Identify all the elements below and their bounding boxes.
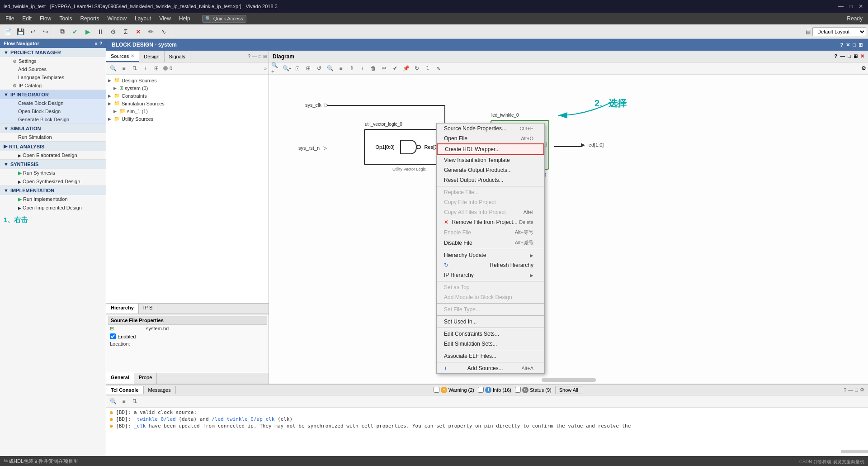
ctx-remove-file[interactable]: ✕ Remove File from Project... Delete xyxy=(437,217,544,227)
ctx-reset-output[interactable]: Reset Output Products... xyxy=(437,175,544,185)
ctx-add-sources[interactable]: + Add Sources... Alt+A xyxy=(437,363,544,373)
diag-delete-button[interactable]: 🗑 xyxy=(368,63,378,73)
diag-min-icon[interactable]: — xyxy=(840,53,845,59)
copy-button[interactable]: ⧉ xyxy=(57,26,68,38)
wave-button[interactable]: ∿ xyxy=(158,26,170,38)
nav-section-impl-header[interactable]: ▼ IMPLEMENTATION xyxy=(0,186,106,195)
tab-signals[interactable]: Signals xyxy=(165,51,190,62)
nav-item-language-templates[interactable]: Language Templates xyxy=(0,73,106,81)
console-help-icon[interactable]: ? xyxy=(844,387,846,393)
maximize-button[interactable]: □ xyxy=(847,3,854,10)
diag-close-icon[interactable]: ✕ xyxy=(860,53,864,59)
edit-button[interactable]: ✏ xyxy=(145,26,157,38)
diag-refresh-button[interactable]: ↺ xyxy=(314,63,324,73)
bd-help-icon[interactable]: ? xyxy=(840,42,844,48)
layout-dropdown[interactable]: Default Layout xyxy=(812,27,866,36)
console-link-3[interactable]: _clk xyxy=(134,423,146,429)
diag-zoom-in-button[interactable]: 🔍+ xyxy=(271,63,281,73)
nav-pin-icon[interactable]: ≡ xyxy=(95,41,98,46)
tab-min-icon[interactable]: — xyxy=(252,54,257,59)
console-settings-icon[interactable]: ⚙ xyxy=(860,387,864,393)
bd-float-icon[interactable]: □ xyxy=(853,42,856,48)
tab-messages[interactable]: Messages xyxy=(144,386,176,394)
undo-button[interactable]: ↩ xyxy=(27,26,39,38)
menu-view[interactable]: View xyxy=(156,14,175,23)
console-filter-button[interactable]: ≡ xyxy=(119,396,129,406)
check-button[interactable]: ✔ xyxy=(69,26,81,38)
minimize-button[interactable]: — xyxy=(837,3,844,10)
badge-info[interactable]: ℹ Info (16) xyxy=(478,387,511,393)
diag-wrap-button[interactable]: ⤵ xyxy=(423,63,433,73)
nav-section-synthesis-header[interactable]: ▼ SYNTHESIS xyxy=(0,160,106,169)
ctx-create-hdl-wrapper[interactable]: Create HDL Wrapper... xyxy=(437,143,544,155)
ctx-associate-elf[interactable]: Associate ELF Files... xyxy=(437,351,544,361)
nav-section-simulation-header[interactable]: ▼ SIMULATION xyxy=(0,124,106,133)
hier-tab-hierarchy[interactable]: Hierarchy xyxy=(106,304,139,314)
ctx-source-node-properties[interactable]: Source Node Properties... Ctrl+E xyxy=(437,124,544,133)
diag-wire-button[interactable]: ✂ xyxy=(379,63,389,73)
nav-item-run-implementation[interactable]: ▶ Run Implementation xyxy=(0,195,106,204)
diag-add-button[interactable]: + xyxy=(358,63,368,73)
menu-edit[interactable]: Edit xyxy=(19,14,35,23)
ctx-generate-output[interactable]: Generate Output Products... xyxy=(437,165,544,175)
diag-route-button[interactable]: ⇑ xyxy=(347,63,357,73)
nav-section-rtl-header[interactable]: ▶ RTL ANALYSIS xyxy=(0,142,106,151)
sources-sort-button[interactable]: ⇅ xyxy=(130,63,140,73)
diag-expand-button[interactable]: ⊞ xyxy=(303,63,313,73)
new-file-button[interactable]: 📄 xyxy=(2,26,14,38)
tab-max-icon[interactable]: □ xyxy=(259,54,261,59)
quick-access-bar[interactable]: 🔍 Quick Access xyxy=(202,15,246,23)
src-tab-general[interactable]: General xyxy=(106,373,134,384)
ctx-open-file[interactable]: Open File Alt+O xyxy=(437,133,544,143)
tree-item-design-sources[interactable]: ▶ 📁 Design Sources xyxy=(106,76,269,84)
settings-button[interactable]: ⚙ xyxy=(107,26,119,38)
src-tab-properties[interactable]: Prope xyxy=(134,373,157,384)
badge-status[interactable]: S Status (9) xyxy=(515,387,552,393)
diag-pin-button[interactable]: 📌 xyxy=(401,63,411,73)
pause-button[interactable]: ⏸ xyxy=(94,26,106,38)
sources-tab-close[interactable]: ✕ xyxy=(131,53,134,58)
ctx-edit-constraints[interactable]: Edit Constraints Sets... xyxy=(437,329,544,339)
save-button[interactable]: 💾 xyxy=(14,26,26,38)
redo-button[interactable]: ↪ xyxy=(40,26,52,38)
nav-item-add-sources[interactable]: Add Sources xyxy=(0,65,106,73)
sources-add-button[interactable]: + xyxy=(141,63,151,73)
nav-item-create-block-design[interactable]: Create Block Design xyxy=(0,99,106,107)
badge-warning[interactable]: ⚠ Warning (2) xyxy=(434,387,474,393)
info-checkbox[interactable] xyxy=(478,387,484,393)
diag-wave-button[interactable]: ∿ xyxy=(434,63,443,73)
sigma-button[interactable]: Σ xyxy=(120,26,132,38)
nav-item-generate-block-design[interactable]: Generate Block Design xyxy=(0,115,106,124)
tree-item-system[interactable]: ▶ ⊞ system (0) xyxy=(106,84,269,92)
sources-refresh-button[interactable]: ⊞ xyxy=(151,63,161,73)
nav-section-ip-integrator-header[interactable]: ▼ IP INTEGRATOR xyxy=(0,90,106,99)
show-all-button[interactable]: Show All xyxy=(555,386,582,394)
console-max-icon[interactable]: □ xyxy=(855,387,858,393)
nav-help-icon[interactable]: ? xyxy=(99,41,102,46)
console-sort-button[interactable]: ⇅ xyxy=(130,396,140,406)
nav-item-open-elaborated[interactable]: ▶ Open Elaborated Design xyxy=(0,151,106,159)
nav-section-project-manager-header[interactable]: ▼ PROJECT MANAGER xyxy=(0,48,106,57)
nav-item-open-block-design[interactable]: Open Block Design xyxy=(0,107,106,115)
tab-sources[interactable]: Sources ✕ xyxy=(106,51,139,62)
diag-check-button[interactable]: ✔ xyxy=(390,63,400,73)
warning-checkbox[interactable] xyxy=(434,387,439,393)
diag-max-icon[interactable]: □ xyxy=(848,53,851,59)
menu-window[interactable]: Window xyxy=(104,14,130,23)
console-min-icon[interactable]: — xyxy=(848,387,853,393)
menu-flow[interactable]: Flow xyxy=(36,14,55,23)
run-button[interactable]: ▶ xyxy=(82,26,94,38)
diag-fit-button[interactable]: ⊡ xyxy=(292,63,302,73)
tree-item-sim1[interactable]: ▶ 📁 sim_1 (1) xyxy=(106,107,269,115)
nav-item-ip-catalog[interactable]: ⚙IP Catalog xyxy=(0,81,106,90)
ctx-hierarchy-update[interactable]: Hierarchy Update ▶ xyxy=(437,250,544,260)
diagram-scroll-indicator[interactable] xyxy=(542,378,596,382)
ctx-edit-simulation[interactable]: Edit Simulation Sets... xyxy=(437,339,544,349)
menu-file[interactable]: File xyxy=(2,14,18,23)
ctx-ip-hierarchy[interactable]: IP Hierarchy ▶ xyxy=(437,270,544,280)
ctx-set-used-in[interactable]: Set Used In... xyxy=(437,317,544,327)
console-link-2[interactable]: /led_twinkle_0/ap_clk xyxy=(212,416,274,422)
tab-tcl-console[interactable]: Tcl Console xyxy=(106,386,144,394)
nav-item-open-synthesized[interactable]: ▶ Open Synthesized Design xyxy=(0,177,106,185)
tree-item-sim-sources[interactable]: ▶ 📁 Simulation Sources xyxy=(106,100,269,107)
